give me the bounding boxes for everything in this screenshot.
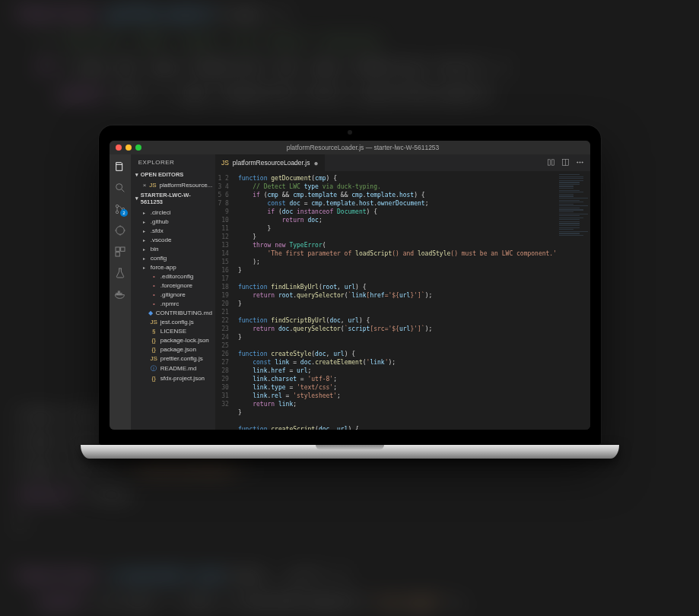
file-icon: JS bbox=[151, 355, 157, 362]
open-editors-section[interactable]: ▾ OPEN EDITORS bbox=[131, 169, 215, 180]
sidebar: EXPLORER ▾ OPEN EDITORS × JS platformRes… bbox=[131, 154, 215, 430]
workspace-section[interactable]: ▾ STARTER-LWC-W-5611253 bbox=[131, 189, 215, 208]
window-title: platformResourceLoader.js — starter-lwc-… bbox=[141, 144, 584, 151]
docker-icon[interactable] bbox=[114, 288, 126, 300]
file-icon: ◆ bbox=[148, 310, 153, 316]
chevron-right-icon: ▸ bbox=[143, 246, 148, 252]
file-icon: • bbox=[151, 291, 157, 298]
svg-point-2 bbox=[116, 211, 118, 213]
minimize-window-button[interactable] bbox=[126, 144, 132, 151]
svg-point-16 bbox=[580, 161, 580, 162]
chevron-right-icon: ▸ bbox=[143, 256, 148, 261]
item-label: .vscode bbox=[151, 237, 172, 243]
laptop-frame: platformResourceLoader.js — starter-lwc-… bbox=[99, 125, 601, 459]
file-icon: • bbox=[151, 282, 157, 289]
chevron-down-icon: ▾ bbox=[135, 172, 138, 178]
item-label: .editorconfig bbox=[160, 273, 194, 280]
item-label: .github bbox=[151, 218, 169, 225]
item-label: jest.config.js bbox=[160, 319, 194, 325]
file-item[interactable]: ⓘREADME.md bbox=[131, 363, 215, 373]
item-label: bin bbox=[151, 246, 159, 252]
svg-point-1 bbox=[116, 205, 118, 207]
svg-rect-12 bbox=[548, 159, 550, 164]
close-icon[interactable]: × bbox=[143, 182, 147, 189]
line-number-gutter: 1 2 3 4 5 6 7 8 9 10 11 12 13 14 15 16 1… bbox=[215, 171, 234, 430]
item-label: .sfdx bbox=[151, 227, 164, 234]
file-icon: • bbox=[151, 273, 157, 280]
compare-changes-icon[interactable] bbox=[547, 158, 555, 168]
folder-item[interactable]: ▸.vscode bbox=[131, 235, 215, 244]
item-label: CONTRIBUTING.md bbox=[156, 310, 212, 316]
debug-icon[interactable] bbox=[114, 224, 126, 237]
file-icon: {} bbox=[151, 337, 157, 344]
item-label: .forceignore bbox=[160, 282, 192, 289]
item-label: prettier.config.js bbox=[160, 355, 203, 362]
tab-dirty-indicator: ● bbox=[313, 159, 318, 167]
section-label: OPEN EDITORS bbox=[141, 171, 184, 178]
item-label: LICENSE bbox=[160, 328, 186, 335]
item-label: sfdx-project.json bbox=[160, 375, 205, 382]
js-file-icon: JS bbox=[149, 182, 156, 189]
close-window-button[interactable] bbox=[116, 144, 122, 151]
svg-rect-13 bbox=[551, 159, 554, 164]
source-control-icon[interactable]: 2 bbox=[114, 203, 126, 215]
folder-item[interactable]: ▸force-app bbox=[131, 262, 215, 271]
file-item[interactable]: •.npmrc bbox=[131, 299, 215, 308]
scm-badge: 2 bbox=[120, 209, 128, 217]
chevron-right-icon: ▸ bbox=[143, 219, 148, 224]
open-editor-label: platformResource... bbox=[159, 182, 212, 189]
beaker-icon[interactable] bbox=[114, 267, 126, 279]
explorer-icon[interactable] bbox=[114, 160, 126, 173]
chevron-right-icon: ▸ bbox=[143, 237, 148, 243]
chevron-down-icon: ▾ bbox=[135, 195, 138, 202]
js-file-icon: JS bbox=[221, 159, 229, 167]
svg-point-4 bbox=[116, 227, 125, 235]
code-content[interactable]: function getDocument(cmp) { // Detect LW… bbox=[234, 171, 557, 430]
file-item[interactable]: §LICENSE bbox=[131, 326, 215, 335]
svg-rect-5 bbox=[116, 247, 119, 251]
zoom-window-button[interactable] bbox=[135, 144, 141, 151]
file-item[interactable]: JSprettier.config.js bbox=[131, 354, 215, 363]
camera-dot bbox=[348, 130, 352, 135]
file-icon: {} bbox=[151, 346, 157, 353]
open-editor-item[interactable]: × JS platformResource... U bbox=[131, 180, 215, 189]
minimap[interactable] bbox=[557, 171, 590, 430]
search-icon[interactable] bbox=[114, 182, 126, 194]
split-editor-icon[interactable] bbox=[561, 158, 570, 168]
folder-item[interactable]: ▸.github bbox=[131, 217, 215, 226]
titlebar[interactable]: platformResourceLoader.js — starter-lwc-… bbox=[110, 141, 590, 154]
file-item[interactable]: •.editorconfig bbox=[131, 271, 215, 281]
item-label: .circleci bbox=[151, 209, 171, 216]
activity-bar: 2 bbox=[110, 154, 131, 430]
file-item[interactable]: {}sfdx-project.json bbox=[131, 373, 215, 383]
svg-rect-6 bbox=[121, 247, 125, 251]
extensions-icon[interactable] bbox=[114, 246, 126, 258]
window-controls bbox=[116, 144, 141, 151]
editor-tab[interactable]: JS platformResourceLoader.js ● bbox=[215, 154, 326, 171]
file-item[interactable]: {}package.json bbox=[131, 345, 215, 354]
folder-item[interactable]: ▸.sfdx bbox=[131, 226, 215, 235]
file-item[interactable]: •.gitignore bbox=[131, 290, 215, 299]
folder-item[interactable]: ▸config bbox=[131, 253, 215, 262]
item-label: .gitignore bbox=[160, 291, 186, 298]
laptop-base bbox=[81, 445, 619, 459]
file-item[interactable]: •.forceignore bbox=[131, 281, 215, 290]
folder-item[interactable]: ▸.circleci bbox=[131, 208, 215, 217]
item-label: config bbox=[151, 255, 167, 262]
file-item[interactable]: ◆CONTRIBUTING.md bbox=[131, 308, 215, 317]
editor-tabs: JS platformResourceLoader.js ● bbox=[215, 154, 590, 171]
folder-item[interactable]: ▸bin bbox=[131, 244, 215, 253]
sidebar-title: EXPLORER bbox=[131, 154, 215, 169]
vscode-window: platformResourceLoader.js — starter-lwc-… bbox=[110, 141, 590, 430]
item-label: README.md bbox=[160, 365, 197, 372]
chevron-right-icon: ▸ bbox=[143, 210, 148, 215]
tab-label: platformResourceLoader.js bbox=[233, 159, 310, 167]
svg-point-17 bbox=[582, 161, 583, 162]
chevron-right-icon: ▸ bbox=[143, 228, 148, 233]
file-icon: ⓘ bbox=[151, 364, 157, 373]
file-item[interactable]: {}package-lock.json bbox=[131, 335, 215, 345]
editor-group: JS platformResourceLoader.js ● 1 2 3 4 5… bbox=[215, 154, 590, 430]
file-item[interactable]: JSjest.config.js bbox=[131, 317, 215, 326]
more-actions-icon[interactable] bbox=[576, 158, 584, 168]
svg-point-15 bbox=[577, 161, 578, 162]
